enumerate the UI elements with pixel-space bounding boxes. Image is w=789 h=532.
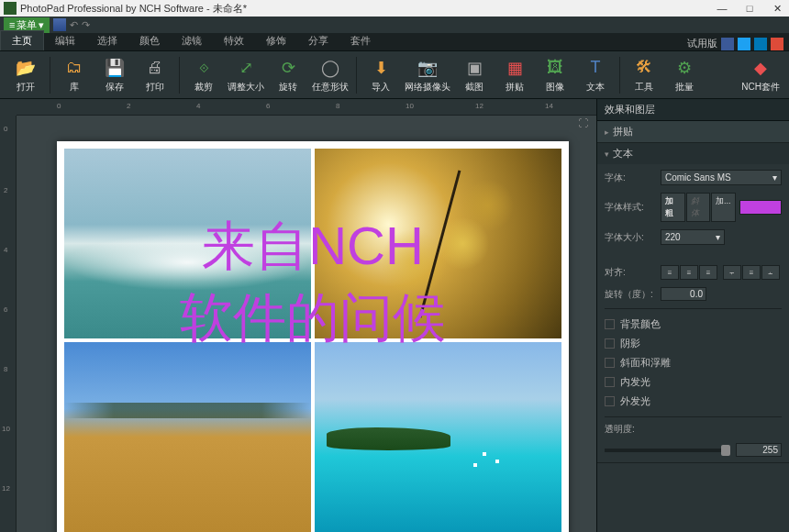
- rotate-button[interactable]: ⟳旋转: [268, 55, 308, 95]
- tab-color[interactable]: 颜色: [128, 31, 171, 50]
- tab-select[interactable]: 选择: [86, 31, 128, 50]
- tool-icon: 🛠: [633, 57, 655, 79]
- outerglow-label: 外发光: [620, 394, 650, 408]
- webcam-icon: 📷: [417, 57, 439, 79]
- tab-suite[interactable]: 套件: [339, 31, 382, 50]
- nch-suite-button[interactable]: ◆NCH套件: [738, 55, 783, 95]
- canvas[interactable]: 来自NCH 软件的问候: [57, 141, 569, 532]
- photo-tropical-beach[interactable]: [315, 342, 561, 532]
- chevron-down-icon: ▾: [772, 172, 777, 183]
- twitter-icon[interactable]: [738, 38, 750, 50]
- slider-thumb[interactable]: [721, 445, 730, 456]
- text-icon: T: [584, 57, 606, 79]
- font-label: 字体:: [605, 172, 655, 184]
- close-button[interactable]: ✕: [769, 3, 785, 15]
- tab-share[interactable]: 分享: [297, 31, 339, 50]
- image-icon: 🖼: [544, 57, 566, 79]
- gplus-icon[interactable]: [771, 38, 783, 50]
- tab-home[interactable]: 主页: [0, 30, 44, 50]
- library-icon: 🗂: [63, 57, 85, 79]
- print-button[interactable]: 🖨打印: [135, 55, 175, 95]
- window-title: PhotoPad Professional by NCH Software - …: [20, 2, 714, 16]
- tab-edit[interactable]: 编辑: [44, 31, 86, 50]
- quick-redo-icon[interactable]: ↷: [82, 19, 90, 31]
- ribbon-toolbar: 📂打开 🗂库 💾保存 🖨打印 ⟐裁剪 ⤢调整大小 ⟳旋转 ◯任意形状 ⬇导入 📷…: [0, 51, 789, 99]
- vertical-ruler: 0 2 4 6 8 10 12: [0, 99, 17, 532]
- minimize-button[interactable]: —: [714, 3, 730, 15]
- trial-label: 试用版: [687, 37, 717, 50]
- panel-header: 效果和图层: [597, 99, 789, 121]
- maximize-button[interactable]: □: [741, 3, 758, 15]
- fullscreen-icon[interactable]: ⛶: [578, 117, 593, 132]
- screenshot-icon: ▣: [463, 57, 485, 79]
- quick-undo-icon[interactable]: ↶: [70, 19, 78, 31]
- app-icon: [4, 2, 17, 15]
- opacity-slider[interactable]: [605, 449, 730, 452]
- section-text-header[interactable]: ▾文本: [597, 143, 789, 164]
- linkedin-icon[interactable]: [754, 38, 767, 50]
- text-button[interactable]: T文本: [575, 55, 616, 95]
- tab-effects[interactable]: 特效: [213, 31, 255, 50]
- batch-button[interactable]: ⚙批量: [664, 55, 705, 95]
- canvas-area[interactable]: ⛶ 来自NCH 软件的问候: [17, 116, 596, 532]
- outerglow-checkbox[interactable]: [605, 396, 615, 406]
- collage-button[interactable]: ▦拼贴: [495, 55, 535, 95]
- freeform-button[interactable]: ◯任意形状: [308, 55, 352, 95]
- section-collage-header[interactable]: ▸拼贴: [597, 121, 789, 142]
- tabs-row: 主页 编辑 选择 颜色 滤镜 特效 修饰 分享 套件 试用版: [0, 33, 789, 51]
- tool-button[interactable]: 🛠工具: [624, 55, 664, 95]
- valign-bot-button[interactable]: ⫠: [761, 265, 780, 280]
- nch-icon: ◆: [750, 57, 772, 79]
- chevron-down-icon: ▾: [716, 232, 720, 242]
- screenshot-button[interactable]: ▣截图: [454, 55, 495, 95]
- print-icon: 🖨: [144, 57, 166, 79]
- chevron-down-icon: ▾: [605, 150, 609, 159]
- font-dropdown[interactable]: Comic Sans MS▾: [661, 170, 782, 185]
- save-button[interactable]: 💾保存: [94, 55, 135, 95]
- opacity-label: 透明度:: [605, 423, 655, 436]
- align-right-button[interactable]: ≡: [699, 265, 717, 280]
- freeform-icon: ◯: [319, 57, 341, 79]
- library-button[interactable]: 🗂库: [54, 55, 94, 95]
- photo-ginkgo-leaves[interactable]: [315, 149, 561, 338]
- resize-icon: ⤢: [235, 57, 257, 79]
- photo-ocean-waves[interactable]: [64, 149, 311, 338]
- resize-button[interactable]: ⤢调整大小: [224, 55, 268, 95]
- align-left-button[interactable]: ≡: [661, 265, 679, 280]
- italic-button[interactable]: 斜体: [686, 193, 711, 222]
- right-panel: 效果和图层 ▸拼贴 ▾文本 字体: Comic Sans MS▾ 字体样式: 加…: [596, 99, 789, 532]
- quick-save-icon[interactable]: [53, 18, 66, 31]
- crop-icon: ⟐: [193, 57, 215, 79]
- tab-retouch[interactable]: 修饰: [255, 31, 297, 50]
- facebook-icon[interactable]: [721, 38, 734, 50]
- collage-icon: ▦: [504, 57, 526, 79]
- save-icon: 💾: [104, 57, 126, 79]
- photo-wheat-field[interactable]: [64, 342, 311, 532]
- rotate-input[interactable]: [661, 287, 706, 301]
- align-label: 对齐:: [605, 266, 655, 279]
- shadow-checkbox[interactable]: [605, 338, 615, 349]
- more-style-button[interactable]: 加...: [711, 193, 736, 222]
- text-color-swatch[interactable]: [739, 200, 782, 215]
- import-button[interactable]: ⬇导入: [361, 55, 401, 95]
- valign-top-button[interactable]: ⫟: [723, 265, 741, 280]
- folder-open-icon: 📂: [15, 57, 37, 79]
- font-size-input[interactable]: 220▾: [661, 229, 725, 245]
- crop-button[interactable]: ⟐裁剪: [183, 55, 224, 95]
- tab-filter[interactable]: 滤镜: [171, 31, 213, 50]
- rotate-icon: ⟳: [277, 57, 299, 79]
- valign-mid-button[interactable]: ≡: [742, 265, 761, 280]
- shadow-label: 阴影: [620, 337, 640, 350]
- open-button[interactable]: 📂打开: [6, 55, 46, 95]
- bgcolor-checkbox[interactable]: [605, 319, 615, 329]
- webcam-button[interactable]: 📷网络摄像头: [401, 55, 454, 95]
- bevel-checkbox[interactable]: [605, 358, 615, 368]
- chevron-right-icon: ▸: [605, 127, 609, 137]
- align-center-button[interactable]: ≡: [680, 265, 698, 280]
- innerglow-label: 内发光: [620, 375, 650, 389]
- opacity-input[interactable]: [736, 443, 782, 457]
- image-button[interactable]: 🖼图像: [535, 55, 575, 95]
- bold-button[interactable]: 加粗: [661, 193, 685, 222]
- horizontal-ruler: 0 2 4 6 8 10 12 14: [17, 99, 596, 116]
- innerglow-checkbox[interactable]: [605, 377, 615, 387]
